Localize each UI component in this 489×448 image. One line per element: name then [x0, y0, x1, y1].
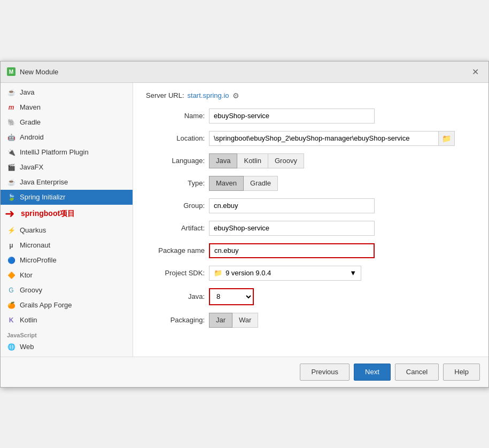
intellij-icon: 🔌 [7, 148, 15, 157]
sidebar-item-grails[interactable]: 🍊 Grails App Forge [1, 298, 133, 313]
kotlin-icon: K [7, 316, 15, 325]
cancel-button[interactable]: Cancel [395, 364, 439, 381]
new-module-dialog: M New Module ✕ ☕ Java m Maven 🐘 Gradle 🤖… [0, 61, 489, 388]
javafx-icon: 🎬 [7, 163, 15, 172]
sidebar-item-web[interactable]: 🌐 Web [1, 339, 133, 354]
language-label: Language: [146, 157, 205, 165]
sidebar-item-java[interactable]: ☕ Java [1, 85, 133, 100]
type-label: Type: [146, 179, 205, 187]
sidebar-item-label: Java Enterprise [20, 178, 68, 186]
sidebar-item-spring[interactable]: 🍃 Spring Initializr [1, 190, 133, 205]
location-input[interactable] [209, 131, 439, 146]
name-row: Name: [146, 109, 476, 123]
java-label: Java: [146, 292, 205, 300]
ktor-icon: 🔶 [7, 271, 15, 280]
next-button[interactable]: Next [354, 364, 391, 381]
project-sdk-select[interactable]: 📁 9 version 9.0.4 ▼ [209, 266, 361, 281]
packaging-war-button[interactable]: War [232, 313, 258, 328]
groovy-icon: G [7, 286, 15, 295]
grails-icon: 🍊 [7, 301, 15, 310]
package-name-input[interactable] [209, 243, 375, 258]
artifact-row: Artifact: [146, 221, 476, 236]
javaenterprise-icon: ☕ [7, 178, 15, 187]
dialog-content: ☕ Java m Maven 🐘 Gradle 🤖 Android 🔌 Inte… [1, 83, 488, 357]
sdk-folder-icon: 📁 [214, 269, 222, 277]
language-kotlin-button[interactable]: Kotlin [237, 153, 268, 168]
dialog-icon: M [7, 67, 15, 76]
package-name-row: Package name [146, 243, 476, 258]
language-java-button[interactable]: Java [209, 153, 237, 168]
sidebar-item-microprofile[interactable]: 🔵 MicroProfile [1, 253, 133, 268]
sidebar: ☕ Java m Maven 🐘 Gradle 🤖 Android 🔌 Inte… [1, 83, 133, 357]
sidebar-item-quarkus[interactable]: ⚡ Quarkus [1, 223, 133, 238]
micronaut-icon: μ [7, 241, 15, 250]
server-url-row: Server URL: start.spring.io ⚙ [146, 91, 476, 100]
sdk-dropdown-icon: ▼ [350, 269, 356, 277]
sidebar-item-javaenterprise[interactable]: ☕ Java Enterprise [1, 175, 133, 190]
main-form: Server URL: start.spring.io ⚙ Name: Loca… [133, 83, 488, 357]
group-input[interactable] [209, 198, 375, 213]
packaging-row: Packaging: Jar War [146, 313, 476, 328]
language-options: Java Kotlin Groovy [209, 153, 304, 168]
sidebar-item-label: Android [20, 133, 44, 141]
name-label: Name: [146, 112, 205, 120]
type-row: Type: Maven Gradle [146, 176, 476, 191]
gradle-icon: 🐘 [7, 118, 15, 127]
sidebar-item-javafx[interactable]: 🎬 JavaFX [1, 160, 133, 175]
sidebar-item-label: Gradle [20, 118, 41, 126]
location-row: Location: 📁 [146, 131, 476, 146]
java-select-wrapper: 8 11 17 [209, 288, 254, 305]
location-input-wrapper: 📁 [209, 131, 455, 146]
arrow-annotation: ➜ [5, 208, 14, 220]
sidebar-item-label: JavaFX [20, 163, 43, 171]
name-input[interactable] [209, 109, 375, 123]
sidebar-item-label: IntelliJ Platform Plugin [20, 148, 89, 156]
sidebar-item-label: Quarkus [20, 226, 46, 234]
sidebar-item-android[interactable]: 🤖 Android [1, 130, 133, 145]
browse-button[interactable]: 📁 [439, 131, 455, 146]
web-icon: 🌐 [7, 343, 15, 351]
sidebar-item-label: MicroProfile [20, 256, 57, 264]
java-row: Java: 8 11 17 [146, 288, 476, 305]
close-button[interactable]: ✕ [469, 66, 482, 78]
sidebar-item-gradle[interactable]: 🐘 Gradle [1, 115, 133, 130]
title-bar: M New Module ✕ [1, 61, 488, 83]
sidebar-item-ktor[interactable]: 🔶 Ktor [1, 268, 133, 283]
previous-button[interactable]: Previous [300, 364, 350, 381]
packaging-jar-button[interactable]: Jar [209, 313, 232, 328]
sidebar-item-label: Ktor [20, 271, 33, 279]
type-options: Maven Gradle [209, 176, 278, 191]
language-groovy-button[interactable]: Groovy [268, 153, 304, 168]
sidebar-item-label: Groovy [20, 286, 42, 294]
sidebar-item-intellij[interactable]: 🔌 IntelliJ Platform Plugin [1, 145, 133, 160]
sidebar-item-groovy[interactable]: G Groovy [1, 283, 133, 298]
sidebar-item-label: Java [20, 88, 34, 96]
dialog-title: New Module [20, 68, 58, 76]
maven-icon: m [7, 103, 15, 112]
project-sdk-label: Project SDK: [146, 269, 205, 277]
location-label: Location: [146, 134, 205, 142]
packaging-label: Packaging: [146, 316, 205, 324]
sidebar-item-label: Micronaut [20, 241, 50, 249]
type-gradle-button[interactable]: Gradle [244, 176, 278, 191]
sidebar-item-label: Grails App Forge [20, 301, 72, 309]
packaging-options: Jar War [209, 313, 258, 328]
package-name-label: Package name [146, 246, 205, 254]
sidebar-item-label: Maven [20, 103, 41, 111]
sidebar-item-label: Spring Initializr [20, 193, 65, 201]
sidebar-item-kotlin[interactable]: K Kotlin [1, 313, 133, 328]
sidebar-item-micronaut[interactable]: μ Micronaut [1, 238, 133, 253]
dialog-footer: Previous Next Cancel Help [1, 357, 488, 387]
project-sdk-row: Project SDK: 📁 9 version 9.0.4 ▼ [146, 266, 476, 281]
help-button[interactable]: Help [443, 364, 480, 381]
artifact-input[interactable] [209, 221, 375, 236]
language-row: Language: Java Kotlin Groovy [146, 153, 476, 168]
server-url-link[interactable]: start.spring.io [188, 91, 229, 99]
sidebar-item-maven[interactable]: m Maven [1, 100, 133, 115]
type-maven-button[interactable]: Maven [209, 176, 244, 191]
gear-icon[interactable]: ⚙ [232, 91, 239, 100]
java-icon: ☕ [7, 88, 15, 97]
sdk-value: 9 version 9.0.4 [226, 269, 271, 277]
java-select[interactable]: 8 11 17 [210, 289, 253, 304]
group-label: Group: [146, 202, 205, 210]
